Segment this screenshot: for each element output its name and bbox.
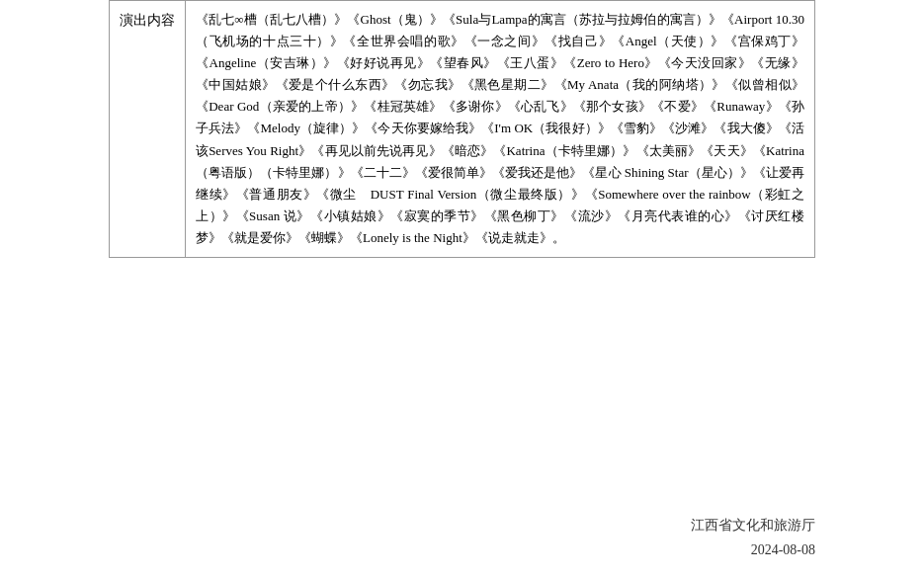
footer-org: 江西省文化和旅游厅 — [0, 517, 815, 535]
label-cell: 演出内容 — [110, 1, 186, 258]
content-cell: 《乱七∞槽（乱七八槽）》《Ghost（鬼）》《Sula与Lampa的寓言（苏拉与… — [186, 1, 815, 258]
table-row: 演出内容 《乱七∞槽（乱七八槽）》《Ghost（鬼）》《Sula与Lampa的寓… — [110, 1, 815, 258]
org-name: 江西省文化和旅游厅 — [691, 518, 815, 533]
content-text: 《乱七∞槽（乱七八槽）》《Ghost（鬼）》《Sula与Lampa的寓言（苏拉与… — [196, 12, 804, 245]
footer-date: 2024-08-08 — [0, 542, 815, 558]
table-section: 演出内容 《乱七∞槽（乱七八槽）》《Ghost（鬼）》《Sula与Lampa的寓… — [0, 0, 924, 497]
footer-section: 江西省文化和旅游厅 2024-08-08 — [0, 497, 924, 578]
page-wrapper: 演出内容 《乱七∞槽（乱七八槽）》《Ghost（鬼）》《Sula与Lampa的寓… — [0, 0, 924, 578]
date-text: 2024-08-08 — [751, 542, 815, 557]
info-table: 演出内容 《乱七∞槽（乱七八槽）》《Ghost（鬼）》《Sula与Lampa的寓… — [109, 0, 815, 258]
row-label: 演出内容 — [120, 13, 175, 28]
